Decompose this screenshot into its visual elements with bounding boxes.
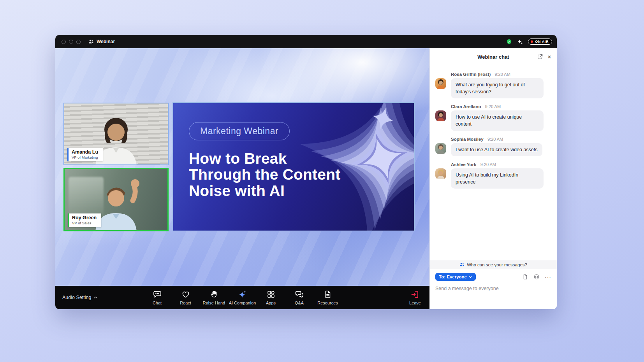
- webinar-window: Webinar ON AIR: [55, 35, 557, 309]
- video-tile-roy[interactable]: Roy Green VP of Sales: [63, 168, 169, 231]
- participant-role: VP of Marketing: [72, 155, 98, 159]
- participants-icon: [88, 39, 94, 44]
- audio-setting-button[interactable]: Audio Setting: [62, 295, 97, 300]
- chat-button[interactable]: Chat: [143, 290, 171, 305]
- to-everyone-label: To: Everyone: [439, 275, 467, 279]
- raise-hand-label: Raise Hand: [203, 301, 225, 305]
- participant-name: Roy Green: [72, 215, 97, 220]
- apps-button[interactable]: Apps: [257, 290, 285, 305]
- chevron-up-icon: [94, 296, 97, 299]
- leave-icon: [410, 290, 420, 299]
- ai-companion-label: AI Companion: [229, 301, 256, 305]
- heart-icon: [181, 290, 190, 299]
- message-author: Rosa Griffin (Host): [451, 72, 491, 77]
- resources-icon: [323, 290, 333, 299]
- slide-badge: Marketing Webinar: [189, 122, 290, 140]
- participant-role: VP of Sales: [72, 221, 97, 225]
- window-zoom-button[interactable]: [76, 40, 81, 44]
- avatar: [435, 143, 446, 154]
- window-title: Webinar: [97, 39, 115, 44]
- leave-button[interactable]: Leave: [409, 290, 421, 305]
- on-air-label: ON AIR: [535, 40, 549, 44]
- video-stage: Amanda Lu VP of Marketing: [55, 48, 429, 286]
- close-icon[interactable]: ×: [547, 54, 551, 60]
- video-tile-amanda[interactable]: Amanda Lu VP of Marketing: [63, 103, 169, 165]
- message-input[interactable]: Send a message to everyone: [435, 286, 551, 291]
- desktop-background: Webinar ON AIR: [0, 0, 644, 362]
- message-author: Ashlee York: [451, 162, 476, 167]
- chat-message: Clara Arellano 9:20 AM How to use AI to …: [435, 104, 551, 131]
- chat-icon: [153, 290, 162, 299]
- titlebar-right: ON AIR: [506, 38, 552, 45]
- shared-slide: Marketing Webinar How to Break Through t…: [172, 102, 415, 231]
- on-air-dot: [531, 40, 533, 43]
- avatar: [435, 110, 446, 121]
- window-minimize-button[interactable]: [69, 40, 73, 44]
- qa-icon: [295, 290, 304, 299]
- slide-title-line: Noise with AI: [189, 183, 376, 199]
- leave-label: Leave: [409, 301, 421, 305]
- file-attach-icon[interactable]: [522, 274, 528, 280]
- nametag-amanda: Amanda Lu VP of Marketing: [67, 148, 103, 161]
- message-time: 9:20 AM: [480, 162, 496, 167]
- toolbar-buttons: Chat React: [143, 290, 342, 305]
- message-bubble: What are you trying to get out of today'…: [451, 78, 544, 98]
- message-time: 9:20 AM: [494, 72, 510, 77]
- people-icon: [459, 262, 465, 267]
- message-author: Clara Arellano: [451, 104, 481, 109]
- resources-label: Resources: [317, 301, 338, 305]
- window-title-group: Webinar: [88, 39, 115, 44]
- chat-message-list: Rosa Griffin (Host) 9:20 AM What are you…: [430, 65, 557, 260]
- chat-header: Webinar chat ×: [430, 48, 557, 65]
- resources-button[interactable]: Resources: [313, 290, 342, 305]
- message-author: Sophia Mosiley: [451, 137, 484, 142]
- chat-panel: Webinar chat × Rosa Griffin (Host) 9:2: [429, 48, 557, 309]
- chevron-down-icon: [469, 275, 472, 279]
- security-shield-icon[interactable]: [506, 39, 512, 45]
- audio-setting-label: Audio Setting: [62, 295, 91, 300]
- qa-button[interactable]: Q&A: [285, 290, 313, 305]
- chat-title: Webinar chat: [477, 54, 509, 60]
- privacy-note-text: Who can see your messages?: [467, 262, 527, 267]
- privacy-note[interactable]: Who can see your messages?: [430, 260, 557, 269]
- message-bubble: How to use AI to create unique content: [451, 110, 544, 131]
- avatar: [435, 168, 446, 179]
- pop-out-icon[interactable]: [537, 54, 543, 60]
- ai-companion-icon: [238, 290, 247, 299]
- message-time: 9:20 AM: [485, 104, 501, 109]
- raise-hand-icon: [209, 290, 219, 299]
- meeting-toolbar: Audio Setting Chat: [55, 286, 429, 309]
- window-titlebar: Webinar ON AIR: [55, 35, 557, 48]
- on-air-badge: ON AIR: [528, 38, 552, 45]
- slide-title: How to Break Through the Content Noise w…: [189, 150, 376, 199]
- avatar: [435, 78, 446, 89]
- emoji-icon[interactable]: [533, 274, 540, 280]
- react-button[interactable]: React: [171, 290, 200, 305]
- react-label: React: [180, 301, 191, 305]
- chat-message: Rosa Griffin (Host) 9:20 AM What are you…: [435, 72, 551, 98]
- to-everyone-selector[interactable]: To: Everyone: [435, 273, 476, 281]
- apps-icon: [266, 290, 276, 299]
- window-controls: [62, 40, 81, 44]
- chat-message: Ashlee York 9:20 AM Using AI to build my…: [435, 162, 551, 189]
- ai-sparkle-icon[interactable]: [517, 39, 523, 45]
- slide-title-line: Through the Content: [189, 166, 376, 182]
- apps-label: Apps: [266, 301, 276, 305]
- message-bubble: Using AI to build my LinkedIn presence: [451, 168, 544, 189]
- message-time: 9:20 AM: [487, 137, 503, 142]
- participant-name: Amanda Lu: [72, 149, 98, 155]
- nametag-roy: Roy Green VP of Sales: [68, 213, 101, 227]
- chat-composer: To: Everyone ···: [430, 269, 557, 309]
- more-options-icon[interactable]: ···: [545, 274, 551, 280]
- window-close-button[interactable]: [62, 40, 66, 44]
- raise-hand-button[interactable]: Raise Hand: [200, 290, 228, 305]
- chat-label: Chat: [153, 301, 162, 305]
- chat-message: Sophia Mosiley 9:20 AM I want to use AI …: [435, 137, 551, 156]
- message-bubble: I want to use AI to create video assets: [451, 143, 542, 156]
- slide-title-line: How to Break: [189, 150, 376, 166]
- qa-label: Q&A: [295, 301, 304, 305]
- ai-companion-button[interactable]: AI Companion: [228, 290, 257, 305]
